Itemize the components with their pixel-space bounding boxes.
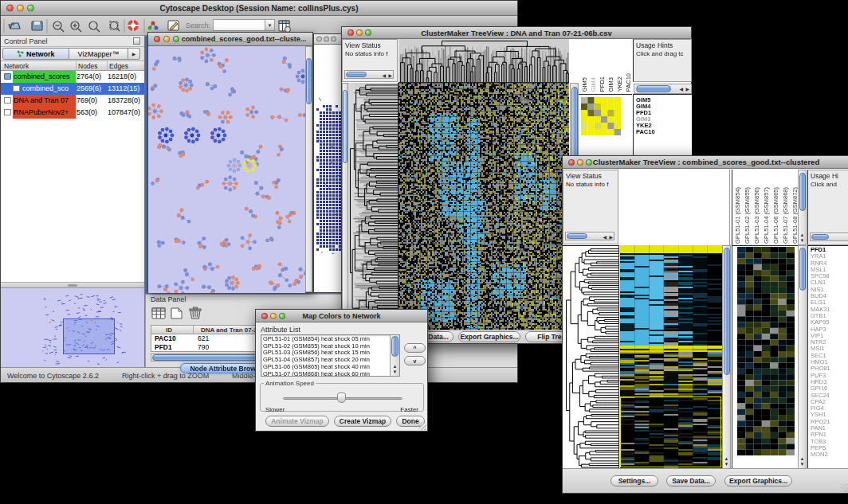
- tab-vizmapper[interactable]: VizMapper™: [69, 48, 128, 60]
- move-down-button[interactable]: v: [404, 356, 426, 365]
- minimize-button[interactable]: [17, 5, 24, 12]
- network-table-row[interactable]: combined_scores2764(0)16218(0): [1, 71, 144, 83]
- tv2-save-data-button[interactable]: Save Data...: [666, 475, 716, 486]
- dialog-title-bar[interactable]: Map Colors to Network: [256, 310, 427, 322]
- column-label[interactable]: GIM4: [590, 77, 597, 92]
- panel-splitter[interactable]: [1, 282, 144, 288]
- minimize-button[interactable]: [163, 36, 170, 42]
- network-table-row[interactable]: combined_sco2569(6)13112(15): [1, 83, 144, 95]
- gene-label[interactable]: MON2: [811, 451, 830, 458]
- zoom-button[interactable]: [27, 5, 34, 12]
- network-table-row[interactable]: RNAPuberNov2+563(0)107847(0): [1, 107, 144, 119]
- gene-label[interactable]: NIS1: [811, 287, 830, 293]
- network-view-title-bar[interactable]: combined_scores_good.txt--cluste...: [148, 33, 312, 46]
- close-button[interactable]: [154, 36, 160, 42]
- treeview2-title-bar[interactable]: ClusterMaker TreeView : combined_scores_…: [563, 156, 848, 169]
- close-button[interactable]: [261, 313, 268, 319]
- tv1-gene-list[interactable]: GIM5GIM4PFD1GIM3YKE2PAC10: [636, 97, 655, 135]
- search-input[interactable]: [213, 19, 265, 31]
- gene-label[interactable]: YKE2: [636, 123, 655, 129]
- column-label[interactable]: GIM3: [607, 77, 614, 92]
- minimize-button[interactable]: [324, 37, 329, 42]
- gene-label[interactable]: YSH1: [811, 412, 830, 418]
- gene-label[interactable]: GTB1: [811, 313, 830, 319]
- gene-label[interactable]: MSI1: [811, 346, 830, 352]
- gene-label[interactable]: ELG1: [811, 299, 830, 306]
- gene-label[interactable]: GIM5: [636, 97, 655, 104]
- gene-label[interactable]: VIP1: [811, 333, 830, 339]
- minimize-button[interactable]: [577, 159, 583, 166]
- gene-label[interactable]: PAC10: [636, 129, 655, 135]
- tv2-heatmap[interactable]: [620, 245, 722, 469]
- network-table-header[interactable]: Network Nodes Edges: [1, 61, 144, 71]
- gene-label[interactable]: PAN1: [811, 425, 830, 432]
- close-button[interactable]: [316, 37, 322, 42]
- treeview1-title-bar[interactable]: ClusterMaker TreeView : DNA and Tran 07-…: [342, 27, 691, 39]
- column-label[interactable]: GPL51-06 (GSM865): [772, 187, 779, 244]
- gene-label[interactable]: HRD3: [811, 379, 830, 385]
- animate-vizmap-button[interactable]: Animate Vizmap: [265, 416, 329, 427]
- column-label[interactable]: GPL51-02 (GSM855): [744, 187, 751, 244]
- minimize-button[interactable]: [356, 29, 363, 36]
- gene-label[interactable]: CLN1: [811, 279, 830, 286]
- tv1-column-dendrogram[interactable]: [398, 39, 569, 83]
- gene-label[interactable]: RPN1: [811, 432, 830, 438]
- gene-label[interactable]: YRA1: [811, 253, 830, 260]
- gene-label[interactable]: HMG1: [811, 359, 830, 365]
- column-label[interactable]: GPL51-07 (GSM868): [782, 187, 789, 244]
- close-button[interactable]: [568, 159, 575, 166]
- gene-label[interactable]: MSL1: [811, 267, 830, 273]
- window-controls[interactable]: [6, 5, 34, 12]
- slider-thumb[interactable]: [337, 393, 346, 403]
- column-label[interactable]: YKE2: [616, 76, 623, 92]
- attribute-list-item[interactable]: GPL51-07 (GSM868) heat shock 60 min: [263, 371, 370, 377]
- tv2-zoom-vscrollbar[interactable]: ▲▼: [798, 245, 807, 469]
- gene-label[interactable]: TCB3: [811, 439, 830, 445]
- column-label[interactable]: GPL51-01 (GSM854): [734, 187, 741, 244]
- gene-label[interactable]: PFD1: [811, 247, 830, 253]
- close-button[interactable]: [347, 29, 354, 36]
- tv1-export-graphics-button[interactable]: Export Graphics...: [458, 331, 520, 342]
- attribute-list[interactable]: GPL51-01 (GSM854) heat shock 05 minGPL51…: [261, 334, 400, 377]
- resize-grip[interactable]: [841, 484, 848, 492]
- close-button[interactable]: [6, 5, 14, 12]
- move-up-button[interactable]: ^: [404, 343, 426, 353]
- tab-overflow-arrow[interactable]: ▶: [128, 48, 140, 60]
- tv1-zoom-hscrollbar[interactable]: ◀ ▶: [634, 84, 692, 94]
- gene-label[interactable]: PFD1: [636, 110, 655, 116]
- column-label[interactable]: GIM5: [581, 77, 588, 92]
- gene-label[interactable]: HAP3: [811, 326, 830, 333]
- float-panel-icon[interactable]: [133, 37, 140, 45]
- tv2-status-hscrollbar[interactable]: ◀ ▶: [565, 232, 614, 240]
- gene-label[interactable]: BUD4: [811, 293, 830, 299]
- gene-label[interactable]: SPC98: [811, 273, 830, 279]
- network-vscrollbar[interactable]: [305, 46, 312, 292]
- tv2-labels-vscrollbar[interactable]: ▲▼: [798, 170, 807, 245]
- column-label[interactable]: PAC10: [625, 73, 632, 92]
- gene-label[interactable]: CPA2: [811, 399, 830, 405]
- tv1-left-vscrollbar[interactable]: [342, 83, 348, 331]
- main-title-bar[interactable]: Cytoscape Desktop (Session Name: collins…: [1, 1, 517, 16]
- gene-label[interactable]: GIM4: [636, 104, 655, 110]
- zoom-button[interactable]: [586, 159, 592, 166]
- gene-label[interactable]: MAK31: [811, 307, 830, 313]
- attribute-list-vscrollbar[interactable]: ▲▼: [390, 335, 399, 376]
- gene-label[interactable]: FIG4: [811, 405, 830, 412]
- gene-label[interactable]: GIM3: [636, 116, 655, 123]
- search-dropdown-arrow[interactable]: ▼: [265, 19, 275, 31]
- minimize-button[interactable]: [270, 313, 277, 319]
- gene-label[interactable]: SEC1: [811, 353, 830, 359]
- zoom-button[interactable]: [173, 36, 179, 42]
- gene-label[interactable]: PHO81: [811, 365, 830, 372]
- gene-label[interactable]: NTR2: [811, 339, 830, 346]
- birdseye-view[interactable]: [1, 288, 144, 368]
- gene-label[interactable]: SEC24: [811, 393, 830, 399]
- column-label[interactable]: PFD1: [599, 76, 606, 92]
- gene-label[interactable]: GPI16: [811, 385, 830, 392]
- zoom-button[interactable]: [279, 313, 285, 319]
- tv2-usage-hscrollbar[interactable]: [810, 232, 848, 241]
- tv2-settings-button[interactable]: Settings...: [610, 475, 658, 486]
- gene-label[interactable]: PUF3: [811, 373, 830, 379]
- tv1-row-dendrogram[interactable]: [348, 83, 398, 331]
- gene-label[interactable]: RNR4: [811, 260, 830, 267]
